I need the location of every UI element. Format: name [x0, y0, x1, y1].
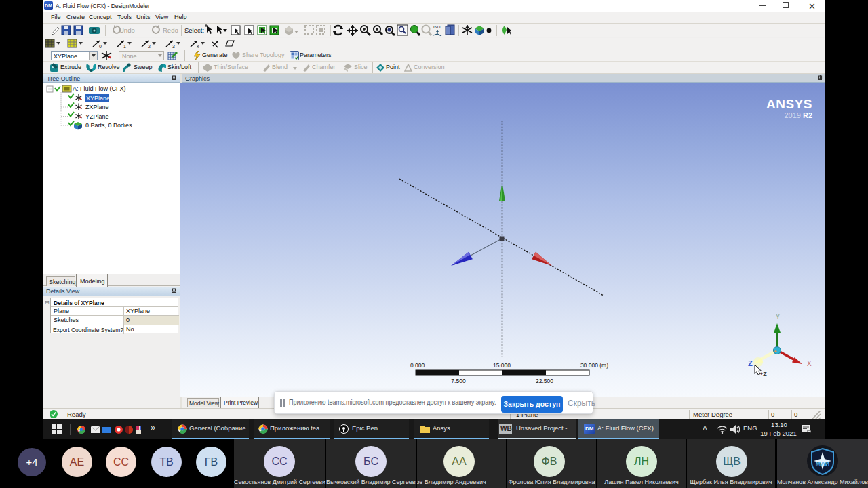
- svg-text:Z: Z: [748, 359, 753, 367]
- svg-text:3: 3: [172, 44, 175, 49]
- svg-text:ISO: ISO: [433, 25, 441, 29]
- svg-text:30.000 (m): 30.000 (m): [580, 362, 608, 369]
- svg-text:1: 1: [123, 44, 126, 49]
- svg-text:7.500: 7.500: [451, 378, 466, 384]
- svg-text:Select:: Select:: [184, 26, 204, 34]
- svg-text:Undo: Undo: [119, 26, 135, 34]
- svg-text:2019 R2: 2019 R2: [784, 111, 812, 119]
- svg-text:15.000: 15.000: [493, 362, 511, 369]
- svg-text:ANSYS: ANSYS: [766, 97, 812, 111]
- svg-text:Redo: Redo: [163, 26, 178, 34]
- svg-text:2: 2: [148, 44, 151, 49]
- svg-text:МАИ: МАИ: [816, 460, 829, 467]
- svg-text:X: X: [807, 360, 812, 367]
- svg-text:0: 0: [99, 44, 102, 49]
- svg-text:+Z: +Z: [760, 371, 767, 378]
- svg-text:0.000: 0.000: [410, 362, 425, 369]
- svg-text:x: x: [197, 44, 199, 49]
- svg-text:22.500: 22.500: [536, 378, 553, 384]
- svg-text:Y: Y: [776, 313, 781, 321]
